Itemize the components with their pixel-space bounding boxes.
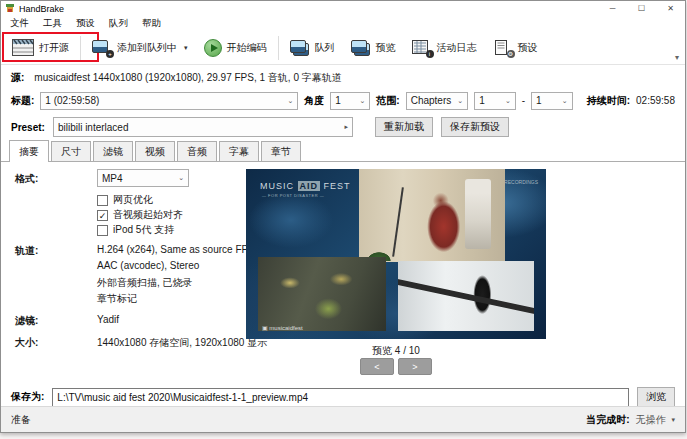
preview-image: MUSIC AID FEST — FOR POST DISASTER — TWI… xyxy=(246,169,546,339)
tab-audio[interactable]: 音频 xyxy=(177,141,217,161)
toolbar-overflow-icon[interactable]: ▾ xyxy=(675,53,679,62)
queue-icon xyxy=(290,40,310,56)
range-dash: - xyxy=(522,95,525,106)
tracks-label: 轨道: xyxy=(15,244,38,258)
range-to-select[interactable]: 1 ⌄ xyxy=(531,92,573,110)
add-to-queue-icon: + xyxy=(92,40,112,56)
activity-log-label: 活动日志 xyxy=(437,41,477,55)
activity-log-icon: i xyxy=(412,40,432,56)
preview-watermark: ▣ musicaidfest xyxy=(262,324,303,331)
presets-button[interactable]: ⚙ 预设 xyxy=(485,36,546,60)
when-done-label: 当完成时: xyxy=(586,413,629,427)
preview-panel-drummer xyxy=(258,257,386,331)
preview-next-button[interactable]: > xyxy=(398,358,432,375)
titlebar: HandBrake ─ ☐ ✕ xyxy=(1,1,685,16)
tab-subtitles[interactable]: 字幕 xyxy=(219,141,259,161)
menu-file[interactable]: 文件 xyxy=(3,16,36,31)
title-label: 标题: xyxy=(11,94,34,108)
source-value: musicaidfest 1440x1080 (1920x1080), 29.9… xyxy=(34,71,341,85)
minimize-icon[interactable]: ─ xyxy=(598,1,627,15)
add-to-queue-label: 添加到队列中 xyxy=(117,41,177,55)
preview-button[interactable]: 预览 xyxy=(343,36,404,60)
ipod-support-checkbox[interactable]: iPod 5代 支持 xyxy=(97,223,174,237)
tab-bar: 摘要 尺寸 滤镜 视频 音频 字幕 章节 xyxy=(1,141,685,161)
chevron-right-icon: ▸ xyxy=(338,123,348,131)
chevron-down-icon: ▾ xyxy=(671,416,675,424)
logo-subtitle: — FOR POST DISASTER — xyxy=(262,193,324,198)
queue-button[interactable]: 队列 xyxy=(282,36,343,60)
filters-value: Yadif xyxy=(97,314,119,325)
checkbox-icon[interactable] xyxy=(97,210,108,221)
status-text: 准备 xyxy=(11,413,31,427)
open-source-label: 打开源 xyxy=(39,41,69,55)
range-from-select[interactable]: 1 ⌄ xyxy=(474,92,516,110)
format-label: 格式: xyxy=(15,172,38,186)
preview-counter: 预览 4 / 10 xyxy=(246,344,546,358)
add-to-queue-button[interactable]: + 添加到队列中 ▾ xyxy=(84,36,196,60)
chevron-down-icon: ⌄ xyxy=(281,97,293,105)
checkbox-icon[interactable] xyxy=(97,225,108,236)
preset-select[interactable]: bilibili interlaced ▸ xyxy=(53,117,353,137)
chevron-down-icon: ▾ xyxy=(184,44,188,52)
statusbar: 准备 当完成时: 无操作 ▾ xyxy=(1,406,685,432)
align-av-start-checkbox[interactable]: 音视频起始对齐 xyxy=(97,208,183,222)
size-label: 大小: xyxy=(15,336,38,350)
start-encode-label: 开始编码 xyxy=(227,41,267,55)
tab-filters[interactable]: 滤镜 xyxy=(93,141,133,161)
filters-label: 滤镜: xyxy=(15,314,38,328)
preview-panel-guitarist xyxy=(398,261,534,331)
track-line: 外部音频扫描, 已烧录 xyxy=(97,276,193,290)
queue-label: 队列 xyxy=(315,41,335,55)
preset-row: Preset: bilibili interlaced ▸ 重新加载 保存新预设 xyxy=(1,113,685,141)
presets-label: 预设 xyxy=(518,41,538,55)
handbrake-window: HandBrake ─ ☐ ✕ 文件 工具 预设 队列 帮助 打开源 + 添加到… xyxy=(0,0,686,433)
activity-log-button[interactable]: i 活动日志 xyxy=(404,36,485,60)
open-source-button[interactable]: 打开源 xyxy=(4,35,77,60)
close-icon[interactable]: ✕ xyxy=(656,1,685,15)
checkbox-icon[interactable] xyxy=(97,195,108,206)
chevron-down-icon: ⌄ xyxy=(451,97,463,105)
preview-prev-button[interactable]: < xyxy=(360,358,394,375)
maximize-icon[interactable]: ☐ xyxy=(627,1,656,15)
menu-help[interactable]: 帮助 xyxy=(135,16,168,31)
menu-presets[interactable]: 预设 xyxy=(69,16,102,31)
range-label: 范围: xyxy=(376,94,399,108)
angle-select[interactable]: 1 ⌄ xyxy=(330,92,370,110)
chevron-down-icon: ⌄ xyxy=(499,97,511,105)
preview-icon xyxy=(351,40,371,56)
tab-chapters[interactable]: 章节 xyxy=(261,141,301,161)
toolbar-separator xyxy=(80,36,81,60)
start-encode-button[interactable]: 开始编码 xyxy=(196,35,275,61)
source-label: 源: xyxy=(11,71,24,85)
reload-preset-button[interactable]: 重新加载 xyxy=(375,117,433,137)
presets-icon: ⚙ xyxy=(493,40,513,56)
tab-summary[interactable]: 摘要 xyxy=(9,140,49,161)
web-optimized-checkbox[interactable]: 网页优化 xyxy=(97,193,153,207)
preset-label: Preset: xyxy=(11,122,45,133)
title-select[interactable]: 1 (02:59:58) ⌄ xyxy=(40,92,298,110)
title-row: 标题: 1 (02:59:58) ⌄ 角度 1 ⌄ 范围: Chapters ⌄… xyxy=(1,88,685,113)
format-select[interactable]: MP4 ⌄ xyxy=(97,169,189,187)
toolbar-separator xyxy=(278,36,279,60)
menu-tools[interactable]: 工具 xyxy=(36,16,69,31)
chevron-down-icon: ⌄ xyxy=(172,174,184,182)
musicaidfest-logo: MUSIC AID FEST xyxy=(260,181,351,191)
save-path-input[interactable] xyxy=(52,388,629,407)
save-new-preset-button[interactable]: 保存新预设 xyxy=(441,117,509,137)
range-type-select[interactable]: Chapters ⌄ xyxy=(406,92,468,110)
menu-queue[interactable]: 队列 xyxy=(102,16,135,31)
size-value: 1440x1080 存储空间, 1920x1080 显示 xyxy=(97,336,267,350)
tab-video[interactable]: 视频 xyxy=(135,141,175,161)
source-row: 源: musicaidfest 1440x1080 (1920x1080), 2… xyxy=(1,67,685,88)
clapperboard-icon xyxy=(12,39,34,56)
menubar: 文件 工具 预设 队列 帮助 xyxy=(1,16,685,31)
track-line: 章节标记 xyxy=(97,292,137,306)
browse-button[interactable]: 浏览 xyxy=(637,387,675,408)
toolbar: 打开源 + 添加到队列中 ▾ 开始编码 队列 预览 xyxy=(1,31,685,65)
when-done-select[interactable]: 无操作 xyxy=(635,413,665,427)
tab-dimensions[interactable]: 尺寸 xyxy=(51,141,91,161)
angle-label: 角度 xyxy=(304,94,324,108)
chevron-down-icon: ⌄ xyxy=(556,97,568,105)
chevron-down-icon: ⌄ xyxy=(353,97,365,105)
summary-panel: 格式: MP4 ⌄ 网页优化 音视频起始对齐 iPod 5代 支持 轨道: H.… xyxy=(1,161,685,381)
